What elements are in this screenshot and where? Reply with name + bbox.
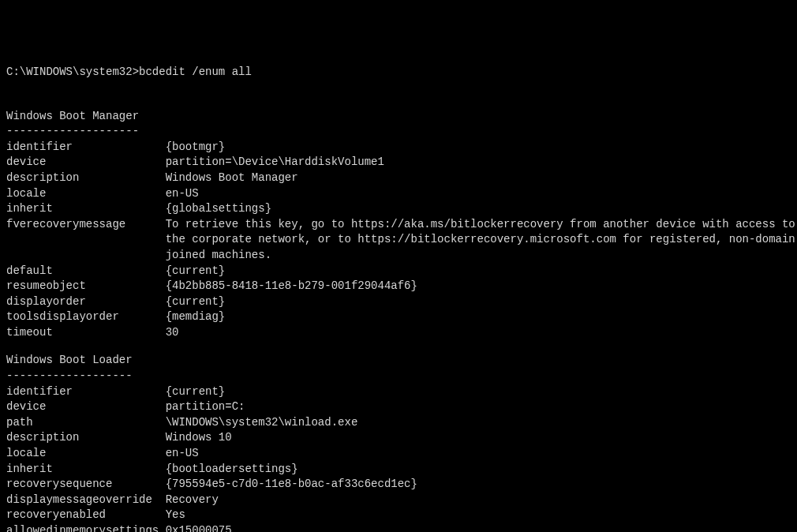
entry-key: resumeobject [6,279,166,294]
entry-key: device [6,155,166,170]
entry-key: inherit [6,462,166,478]
section-divider: ------------------- [6,369,797,384]
entry-line: device partition=C: [6,399,797,415]
entry-value: Windows 10 [166,430,232,446]
entry-value: Recovery [166,493,219,508]
entry-line: path \WINDOWS\system32\winload.exe [6,415,797,431]
entry-line: recoverysequence {795594e5-c7d0-11e8-b0a… [6,477,797,493]
entry-line: resumeobject {4b2bb885-8418-11e8-b279-00… [6,279,797,294]
entry-key: timeout [6,325,166,341]
entry-key: allowedinmemorysettings [6,523,166,532]
entry-key: default [6,264,166,279]
entry-key: displaymessageoverride [6,493,166,508]
entry-key: identifier [6,140,166,155]
entry-value: partition=\Device\HarddiskVolume1 [166,155,384,170]
entry-line: allowedinmemorysettings 0x15000075 [6,523,797,532]
entry-key: recoveryenabled [6,508,166,523]
entry-line: description Windows 10 [6,430,797,446]
entry-key: toolsdisplayorder [6,309,166,325]
section-header: Windows Boot Loader [6,353,797,369]
entry-value: Windows Boot Manager [166,170,298,186]
command-prompt-line: C:\WINDOWS\system32>bcdedit /enum all [6,65,797,81]
entry-value: {bootmgr} [166,140,226,155]
section-divider: -------------------- [6,124,797,140]
entry-value: 0x15000075 [166,523,232,532]
entry-line: recoveryenabled Yes [6,508,797,523]
entry-value: {795594e5-c7d0-11e8-b0ac-af33c6ecd1ec} [166,477,417,493]
entry-value: {memdiag} [166,309,226,325]
entry-line: inherit {globalsettings} [6,201,797,217]
entry-value: {current} [166,264,226,279]
entry-value: {4b2bb885-8418-11e8-b279-001f29044af6} [166,279,417,294]
entry-key: description [6,170,166,186]
entry-value: partition=C: [166,399,245,415]
entry-line: identifier {bootmgr} [6,140,797,155]
entry-key: inherit [6,201,166,217]
entry-value: {globalsettings} [166,201,271,217]
entry-line: identifier {current} [6,384,797,400]
entry-key: fverecoverymessage [6,217,166,264]
entry-value: {bootloadersettings} [166,462,298,478]
section-header: Windows Boot Manager [6,109,797,125]
entry-line: device partition=\Device\HarddiskVolume1 [6,155,797,170]
entry-value: To retrieve this key, go to https://aka.… [166,217,797,264]
entry-line: locale en-US [6,186,797,202]
entry-key: locale [6,186,166,202]
entry-value: 30 [166,325,179,341]
entry-key: description [6,430,166,446]
entry-line: fverecoverymessage To retrieve this key,… [6,217,797,264]
entry-line: locale en-US [6,446,797,462]
entry-line: displayorder {current} [6,294,797,310]
terminal-output: Windows Boot Manager--------------------… [6,109,797,532]
entry-line: displaymessageoverride Recovery [6,493,797,508]
entry-line: timeout 30 [6,325,797,341]
entry-value: en-US [166,446,199,462]
entry-line: toolsdisplayorder {memdiag} [6,309,797,325]
entry-key: device [6,399,166,415]
entry-line: description Windows Boot Manager [6,170,797,186]
entry-line: inherit {bootloadersettings} [6,462,797,478]
entry-value: \WINDOWS\system32\winload.exe [166,415,358,431]
entry-line: default {current} [6,264,797,279]
entry-key: displayorder [6,294,166,310]
entry-key: path [6,415,166,431]
entry-key: recoverysequence [6,477,166,493]
entry-key: identifier [6,384,166,400]
entry-value: Yes [166,508,185,523]
entry-value: en-US [166,186,199,202]
entry-value: {current} [166,384,226,400]
entry-value: {current} [166,294,226,310]
entry-key: locale [6,446,166,462]
